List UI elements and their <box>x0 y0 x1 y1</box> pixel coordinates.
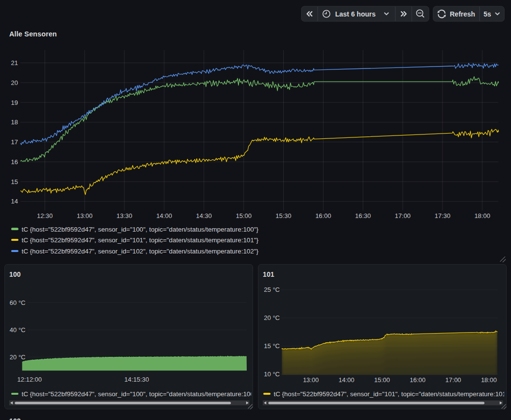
svg-text:15 °C: 15 °C <box>264 342 280 350</box>
svg-text:15: 15 <box>11 178 18 185</box>
svg-text:14:30: 14:30 <box>196 212 212 219</box>
svg-text:10 °C: 10 °C <box>264 370 280 378</box>
svg-text:16:30: 16:30 <box>355 212 371 219</box>
svg-text:20 °C: 20 °C <box>10 353 26 361</box>
svg-text:16:00: 16:00 <box>315 212 331 219</box>
svg-text:18: 18 <box>11 118 18 126</box>
svg-text:13:00: 13:00 <box>77 212 93 219</box>
svg-text:17:00: 17:00 <box>445 376 461 384</box>
svg-text:16:00: 16:00 <box>410 376 426 384</box>
svg-text:15:00: 15:00 <box>374 376 390 384</box>
svg-text:12:12:00: 12:12:00 <box>17 376 42 383</box>
svg-text:15:00: 15:00 <box>236 212 252 219</box>
svg-text:25 °C: 25 °C <box>264 286 280 293</box>
svg-text:14:00: 14:00 <box>156 212 172 219</box>
svg-text:14:00: 14:00 <box>339 376 355 384</box>
svg-text:60 °C: 60 °C <box>10 299 26 306</box>
svg-text:15:30: 15:30 <box>275 212 291 219</box>
svg-text:40 °C: 40 °C <box>10 326 26 334</box>
svg-text:14:15:30: 14:15:30 <box>124 376 149 383</box>
svg-text:17: 17 <box>11 138 18 146</box>
svg-text:12:30: 12:30 <box>37 212 53 219</box>
svg-text:18:00: 18:00 <box>481 376 497 384</box>
svg-text:18:00: 18:00 <box>475 212 491 219</box>
svg-text:13:30: 13:30 <box>117 212 133 219</box>
svg-text:20: 20 <box>11 79 18 86</box>
svg-text:20 °C: 20 °C <box>264 314 280 321</box>
svg-text:21: 21 <box>11 59 18 67</box>
svg-text:17:30: 17:30 <box>435 212 451 219</box>
svg-text:14: 14 <box>11 198 18 205</box>
svg-text:16: 16 <box>11 158 18 166</box>
svg-text:19: 19 <box>11 99 18 106</box>
svg-text:17:00: 17:00 <box>395 212 411 219</box>
svg-text:13:00: 13:00 <box>303 376 319 384</box>
